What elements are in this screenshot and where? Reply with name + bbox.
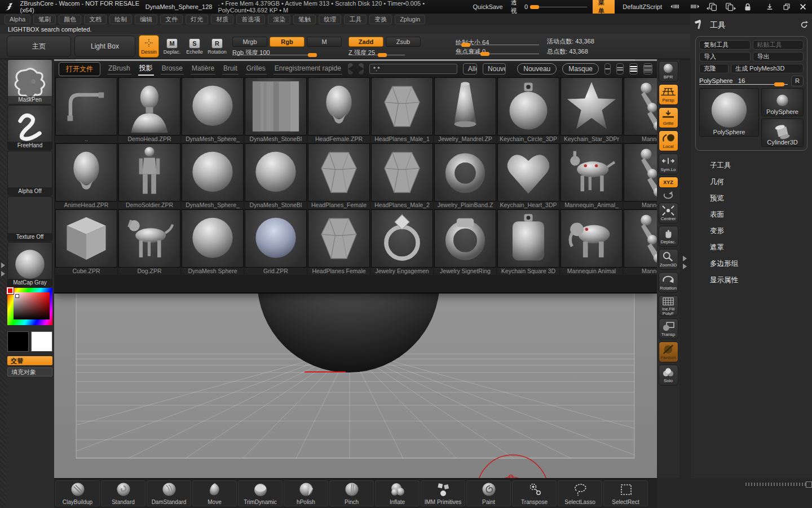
clone-button[interactable]: 克隆 (699, 64, 729, 73)
perspective-track[interactable] (530, 7, 587, 7)
rotate-mode-button[interactable]: R Rotation (208, 36, 227, 57)
rail-transp-button[interactable]: Transp (659, 318, 678, 339)
brush-move-button[interactable]: Move (192, 480, 237, 506)
rail-zoom3d-button[interactable]: Zoom3D (659, 249, 678, 270)
sidebar-item-alpha-off[interactable]: Alpha Off (7, 151, 52, 196)
brush-transpose-button[interactable]: Transpose (512, 480, 557, 506)
main-color-swatch[interactable] (7, 331, 29, 352)
lightbox-item[interactable]: Jewelry_PlainBand.Z (434, 143, 496, 209)
recent-tool-cylinder3d[interactable]: Cylinder3D (761, 119, 804, 147)
rgb-button[interactable]: Rgb (270, 37, 304, 47)
tool-subpalette-遮罩[interactable]: 遮罩 (691, 239, 812, 256)
lightbox-toggle-button[interactable]: Light Box (74, 36, 135, 57)
rail-fantom-button[interactable]: Fantom (659, 341, 678, 362)
lock-icon[interactable] (742, 2, 753, 11)
panel-divider[interactable] (679, 59, 691, 478)
lightbox-tab-Grilles[interactable]: Grilles (245, 63, 267, 75)
r-button[interactable]: R (791, 76, 804, 86)
lightbox-tab-Enregistrement rapide[interactable]: Enregistrement rapide (273, 63, 342, 75)
lightbox-item[interactable]: DynaMesh_StoneBl (245, 143, 307, 209)
divider-arrow-icon[interactable] (683, 256, 687, 261)
lightbox-tab-投影[interactable]: 投影 (138, 62, 154, 76)
zadd-button[interactable]: Zadd (348, 37, 383, 47)
lightbox-item[interactable]: AnimeHead.ZPR (55, 143, 117, 209)
lightbox-item[interactable]: Cube.ZPR (55, 209, 117, 275)
tool-slider-knob[interactable] (774, 82, 784, 86)
rail-grille-button[interactable]: Grille (659, 107, 678, 128)
lightbox-tab-Brosse[interactable]: Brosse (161, 63, 184, 75)
lightbox-item[interactable]: .. (55, 77, 117, 143)
scrub-back-icon[interactable] (670, 2, 682, 11)
lightbox-search-input[interactable] (369, 64, 457, 74)
reset-palette-icon[interactable] (800, 20, 809, 31)
mask-button[interactable]: Masque (562, 63, 599, 75)
lightbox-next-button[interactable] (359, 63, 364, 75)
zsub-button[interactable]: Zsub (386, 37, 421, 47)
lightbox-item[interactable]: Jewelry Engagemen (371, 209, 433, 275)
menu-item-绘制[interactable]: 绘制 (109, 15, 132, 24)
scrub-forward-icon[interactable] (688, 2, 700, 11)
draw-size-knob[interactable] (461, 43, 470, 47)
brush-damstandard-button[interactable]: DamStandard (147, 480, 191, 506)
brush-pinch-button[interactable]: Pinch (329, 480, 374, 506)
home-button[interactable]: 主页 (7, 36, 71, 57)
rail-rotation-button[interactable]: Rotation (659, 272, 678, 293)
tool-subpalette-几何[interactable]: 几何 (691, 174, 812, 190)
lightbox-item[interactable]: Keychain Square 3D (497, 209, 559, 275)
menu-item-Zplugin[interactable]: Zplugin (395, 15, 425, 24)
lightbox-item[interactable]: Keychain_Circle_3DP (497, 77, 559, 143)
rail-deplac.-button[interactable]: Deplac. (659, 226, 678, 247)
lightbox-item[interactable]: HeadFemale.ZPR (308, 77, 370, 143)
menu-item-变换[interactable]: 变换 (369, 15, 392, 24)
menu-item-Alpha[interactable]: Alpha (5, 15, 30, 24)
sidebar-expand-arrow2-icon[interactable] (1, 271, 5, 277)
rgb-intensity-slider[interactable]: Rgb 强度 100 (232, 49, 317, 56)
zscript-button[interactable]: DefaultZScript (620, 3, 664, 10)
menu-item-文档[interactable]: 文档 (84, 15, 107, 24)
menu-item-纹理[interactable]: 纹理 (319, 15, 341, 24)
minimize-icon[interactable] (765, 2, 775, 11)
new-button[interactable]: Nouveau (517, 63, 557, 75)
menu-item-工具[interactable]: 工具 (344, 15, 367, 24)
export-button[interactable]: 导出 (753, 52, 804, 62)
lightbox-item[interactable]: Dog.ZPR (118, 209, 180, 275)
z-intensity-slider[interactable]: Z 强度 25 (348, 49, 405, 56)
brush-inflate-button[interactable]: Inflate (375, 480, 420, 506)
resize-grip-box[interactable] (806, 481, 812, 488)
lightbox-item[interactable]: Jewelry_Mandrel.ZP (434, 77, 496, 143)
lightbox-item[interactable]: Grid.ZPR (245, 209, 307, 275)
brush-standard-button[interactable]: Standard (101, 480, 145, 506)
lightbox-item[interactable]: HeadPlanes Female (308, 209, 370, 275)
color-cursor[interactable] (15, 294, 19, 298)
lightbox-tab-Matière[interactable]: Matière (191, 63, 215, 75)
color-picker[interactable] (7, 288, 52, 325)
menu-item-颜色[interactable]: 颜色 (59, 15, 81, 24)
rail-persp-button[interactable]: Persp (659, 84, 678, 105)
lightbox-item[interactable]: DynaMesh_Sphere_ (182, 143, 244, 209)
sidebar-item-maskpen[interactable]: MaskPen (7, 59, 52, 104)
view-size-2-button[interactable] (616, 63, 624, 75)
lightbox-item[interactable]: DynaMesh_StoneBl (245, 77, 307, 143)
sidebar-expand-arrow-icon[interactable] (1, 262, 5, 268)
lightbox-tab-ZBrush[interactable]: ZBrush (107, 63, 131, 75)
lightbox-item[interactable]: Keychain_Heart_3DP (497, 143, 559, 209)
tool-subpalette-子工具[interactable]: 子工具 (691, 157, 812, 174)
lightbox-item[interactable]: DemoHead.ZPR (118, 77, 180, 143)
switch-color-button[interactable]: 交替 (7, 356, 52, 365)
z-intensity-knob[interactable] (378, 53, 387, 57)
lightbox-item[interactable]: DynaMesh Sphere (182, 209, 244, 275)
menu-item-笔刷[interactable]: 笔刷 (33, 15, 56, 24)
brush-imm-primitives-button[interactable]: IMM Primitives (421, 480, 465, 506)
tool-subpalette-多边形组[interactable]: 多边形组 (691, 256, 812, 272)
paste-document-icon[interactable] (724, 2, 736, 11)
mrgb-button[interactable]: Mrgb (232, 37, 267, 47)
tool-subpalette-变形[interactable]: 变形 (691, 223, 812, 239)
menu-item-首选项[interactable]: 首选项 (236, 15, 265, 24)
brush-claybuildup-button[interactable]: ClayBuildup (55, 480, 100, 506)
rail-polyf-button[interactable]: Ine.FillPolyF (659, 295, 678, 316)
restore-window-icon[interactable] (781, 2, 792, 11)
m-button[interactable]: M (307, 37, 342, 47)
tool-resolution-slider[interactable]: PolySphere 16 R (699, 76, 804, 86)
lightbox-item[interactable]: Mannequin Animal (561, 209, 623, 275)
rail-local-button[interactable]: Local (659, 130, 678, 151)
